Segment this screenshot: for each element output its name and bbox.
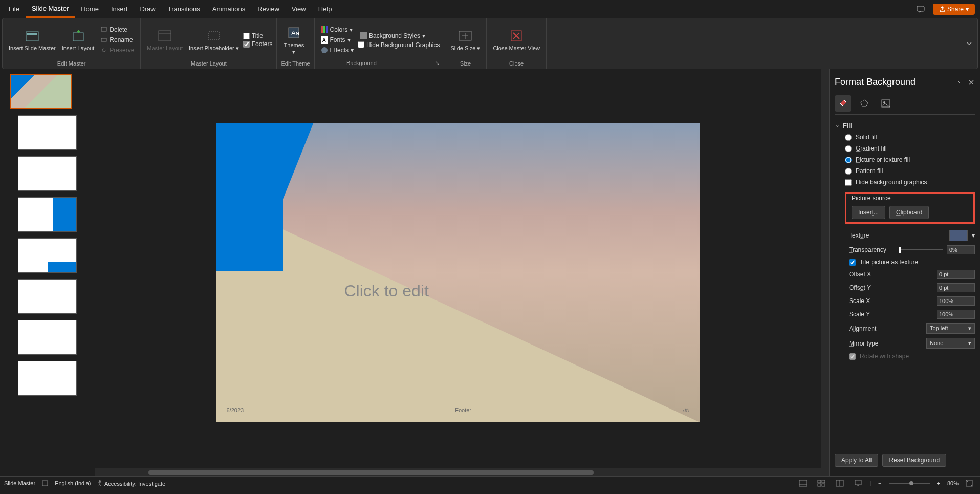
pattern-fill-radio[interactable] [845,168,852,175]
layout-thumb[interactable] [18,320,77,355]
title-placeholder[interactable]: Click to edit [344,282,429,300]
mirror-type-dropdown[interactable]: None▾ [926,338,975,349]
notes-button[interactable] [796,479,810,488]
svg-rect-33 [855,480,861,485]
pentagon-icon [859,98,869,109]
status-accessibility[interactable]: Accessibility: Investigate [97,480,165,487]
zoom-level[interactable]: 80% [947,480,959,486]
footers-checkbox[interactable]: Footers [243,40,273,48]
solid-fill-radio[interactable] [845,134,852,141]
texture-dropdown-arrow[interactable]: ▾ [972,232,975,239]
tab-insert[interactable]: Insert [105,1,134,17]
alignment-dropdown[interactable]: Top left▾ [926,323,975,334]
offset-x-input[interactable] [937,270,975,279]
vertical-scrollbar[interactable] [821,69,829,476]
slide-editor-area[interactable]: Click to edit 6/2023 Footer ‹#› [95,69,821,476]
master-layout-group-label: Master Layout [145,59,272,67]
date-placeholder[interactable]: 6/2023 [227,407,244,413]
normal-view-button[interactable] [814,479,829,488]
tab-help[interactable]: Help [312,1,338,17]
layout-thumb[interactable] [18,361,77,396]
slide-thumbnails-panel[interactable] [0,69,95,476]
size-group-label: Size [448,59,482,67]
horizontal-scrollbar[interactable] [95,468,821,476]
share-button[interactable]: Share ▾ [933,4,975,15]
status-slide-master[interactable]: Slide Master [4,480,35,486]
scale-y-input[interactable] [937,310,975,319]
svg-rect-4 [101,27,106,31]
tile-picture-checkbox[interactable] [849,259,856,266]
comments-icon[interactable] [912,4,929,15]
slideshow-button[interactable] [851,479,865,488]
effects-button[interactable]: Effects ▾ [319,46,356,55]
mirror-type-label: Mirror type [849,340,895,347]
tab-transitions[interactable]: Transitions [162,1,206,17]
zoom-slider[interactable] [889,483,930,484]
transparency-slider[interactable] [899,249,943,250]
layout-thumb[interactable] [18,115,77,150]
tab-file[interactable]: File [3,1,26,17]
tab-home[interactable]: Home [75,1,105,17]
clipboard-button[interactable]: Clipboard [889,206,929,219]
preserve-button[interactable]: Preserve [98,46,136,55]
effects-tab[interactable] [856,95,873,112]
insert-slide-master-button[interactable]: Insert Slide Master [7,26,58,54]
panel-options-button[interactable] [956,79,964,86]
page-number-placeholder[interactable]: ‹#› [683,407,689,413]
tab-review[interactable]: Review [251,1,286,17]
tab-slide-master[interactable]: Slide Master [26,1,75,18]
zoom-in-button[interactable]: + [934,479,943,487]
gradient-fill-radio[interactable] [845,145,852,152]
svg-text:Aa: Aa [291,29,300,37]
background-dialog-launcher[interactable]: ↘ [435,60,440,67]
status-accessibility-icon[interactable] [41,480,49,487]
layout-thumb[interactable] [18,238,77,273]
svg-rect-23 [42,481,48,486]
background-styles-button[interactable]: Background Styles ▾ [358,31,440,40]
delete-button[interactable]: Delete [98,25,136,34]
fill-section-header[interactable]: Fill [835,120,975,132]
alignment-label: Alignment [849,325,895,332]
layout-thumb[interactable] [18,197,77,232]
layout-thumb[interactable] [18,279,77,314]
picture-texture-fill-radio[interactable] [845,157,852,163]
fonts-icon: A [321,36,328,44]
title-checkbox[interactable]: Title [243,32,273,39]
layout-thumb[interactable] [18,156,77,191]
menu-tabs: File Slide Master Home Insert Draw Trans… [0,0,980,18]
master-slide-thumb[interactable] [10,74,72,109]
rename-button[interactable]: Rename [98,35,136,45]
footer-placeholder[interactable]: Footer [455,407,471,413]
colors-button[interactable]: Colors ▾ [319,25,356,34]
slide-size-button[interactable]: Slide Size ▾ [448,26,482,54]
status-language[interactable]: English (India) [55,480,91,486]
offset-y-input[interactable] [937,283,975,292]
master-layout-button[interactable]: Master Layout [145,26,185,54]
panel-close-button[interactable] [968,79,975,86]
scale-x-input[interactable] [937,296,975,306]
picture-tab[interactable] [878,95,894,112]
hide-bg-graphics-check[interactable] [845,179,852,186]
tab-view[interactable]: View [286,1,312,17]
zoom-out-button[interactable]: − [875,479,884,487]
hide-bg-graphics-checkbox[interactable]: Hide Background Graphics [358,41,440,49]
apply-to-all-button[interactable]: Apply to All [835,454,878,467]
fit-to-window-button[interactable] [963,479,976,488]
chevron-down-icon: ▾ [966,6,969,13]
themes-button[interactable]: Aa Themes▾ [281,23,307,57]
fill-tab[interactable] [835,95,851,112]
tab-draw[interactable]: Draw [134,1,161,17]
transparency-input[interactable] [947,245,975,254]
insert-layout-button[interactable]: Insert Layout [60,26,97,54]
reading-view-button[interactable] [833,479,847,488]
slide-canvas[interactable]: Click to edit 6/2023 Footer ‹#› [216,123,700,422]
svg-rect-5 [101,38,106,41]
texture-picker[interactable] [949,230,968,241]
insert-placeholder-button[interactable]: Insert Placeholder ▾ [187,26,241,54]
insert-picture-button[interactable]: Insert... [852,206,885,219]
reset-background-button[interactable]: Reset Background [882,454,946,467]
close-master-view-button[interactable]: Close Master View [491,26,542,54]
ribbon-collapse-button[interactable] [961,38,977,49]
fonts-button[interactable]: AFonts ▾ [319,35,356,45]
tab-animations[interactable]: Animations [206,1,251,17]
